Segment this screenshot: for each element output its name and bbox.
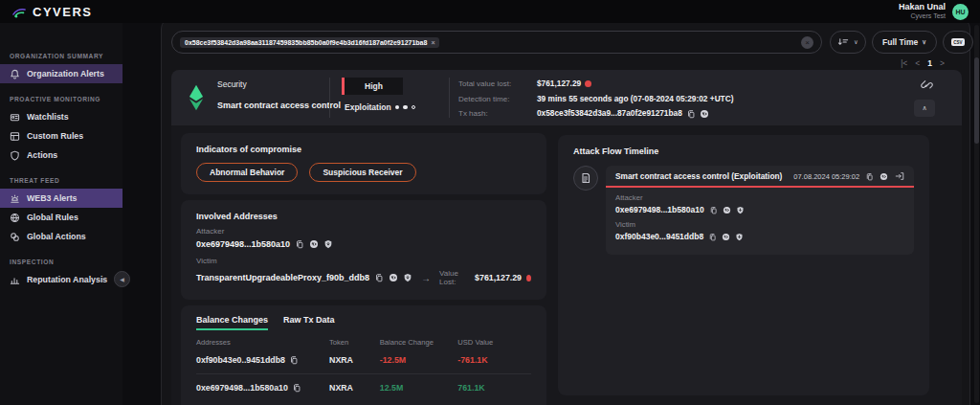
column-token: Token [329, 338, 380, 347]
value-lost-label: Value Lost: [439, 269, 466, 286]
ethereum-icon [186, 83, 207, 112]
cyvers-logo-icon [11, 5, 27, 18]
copy-icon[interactable] [295, 239, 304, 249]
copy-icon[interactable] [865, 172, 874, 181]
copy-icon[interactable] [686, 109, 696, 119]
copy-icon[interactable] [292, 383, 301, 393]
sidebar-item-reputation-analysis[interactable]: Reputation Analysis [0, 270, 122, 289]
total-value-lost-value: $761,127.29 [537, 77, 581, 92]
copy-icon[interactable] [289, 355, 299, 365]
sidebar-collapse-button[interactable]: ◀ [114, 271, 130, 287]
indicators-title: Indicators of compromise [196, 145, 531, 154]
attacker-label: Attacker [196, 227, 531, 236]
search-clear-button[interactable]: × [801, 36, 813, 49]
detection-time-value: 39 mins 55 seconds ago (07-08-2024 05:29… [537, 92, 733, 107]
cyvers-logo[interactable]: CYVERS [11, 5, 92, 19]
etherscan-icon[interactable] [880, 172, 888, 181]
column-addresses: Addresses [196, 338, 329, 347]
table-row: 0xf90b43e0..9451ddb8 NXRA -12.5M -761.1K [196, 355, 531, 365]
row-address: 0xe6979498...1b580a10 [196, 383, 288, 393]
pagination-current-page[interactable]: 1 [927, 58, 932, 68]
tab-balance-changes[interactable]: Balance Changes [196, 315, 268, 330]
section-label-threat-feed: THREAT FEED [10, 177, 113, 184]
involved-addresses-card: Involved Addresses Attacker 0xe6979498..… [181, 200, 546, 300]
main-panel: 0x58ce3f53842d3a98aa31187459835bb85b0a0f… [161, 17, 970, 405]
etherscan-icon[interactable] [722, 233, 730, 241]
risk-dot-icon [526, 275, 531, 281]
row-balance-change: 12.5M [380, 383, 458, 393]
pagination-prev-icon[interactable]: < [915, 58, 920, 68]
csv-icon: CSV [951, 38, 964, 46]
user-menu[interactable]: Hakan Unal Cyvers Test HU [899, 2, 969, 21]
etherscan-icon[interactable] [700, 109, 709, 119]
scrollbar-thumb[interactable] [974, 57, 979, 144]
alert-type: Smart contract access control [217, 101, 341, 110]
shield-icon [10, 150, 20, 161]
attachment-link-icon[interactable] [921, 79, 933, 94]
alert-detail-region: Indicators of compromise Abnormal Behavi… [171, 125, 962, 405]
globe-icon [10, 213, 20, 223]
section-label-proactive-monitoring: PROACTIVE MONITORING [10, 96, 113, 102]
sidebar-item-global-rules[interactable]: Global Rules [0, 208, 122, 227]
shield-scan-icon[interactable] [403, 273, 412, 282]
column-usd-value: USD Value [457, 338, 531, 347]
time-range-dropdown[interactable]: Full Time ∨ [872, 31, 937, 54]
row-address: 0xf90b43e0..9451ddb8 [196, 355, 285, 365]
chevron-down-icon: ∨ [854, 38, 858, 46]
chevron-up-icon: ∧ [922, 104, 926, 112]
attacker-label: Attacker [615, 193, 904, 202]
etherscan-icon[interactable] [723, 206, 731, 214]
sidebar-item-global-actions[interactable]: Global Actions [0, 227, 122, 246]
avatar[interactable]: HU [952, 4, 969, 20]
divider [329, 78, 330, 118]
alert-header-card[interactable]: Security Smart contract access control H… [171, 70, 962, 125]
phase-dot-empty [412, 105, 416, 110]
pagination-first-icon[interactable]: |< [901, 58, 907, 68]
pagination: |< < 1 > [901, 58, 945, 68]
copy-icon[interactable] [709, 206, 718, 214]
etherscan-icon[interactable] [389, 273, 398, 282]
chevron-down-icon: ∨ [922, 38, 926, 46]
victim-label: Victim [615, 220, 904, 229]
sidebar-item-label: Custom Rules [27, 131, 83, 141]
timeline-event-card[interactable]: Smart contract access control (Exploitat… [606, 166, 914, 255]
page-scrollbar[interactable] [974, 25, 979, 403]
alarm-icon [10, 193, 20, 204]
severity-badge: High [342, 78, 403, 95]
event-title: Smart contract access control (Exploitat… [615, 171, 782, 181]
open-details-icon[interactable] [895, 171, 904, 181]
pagination-next-icon[interactable]: > [940, 58, 945, 68]
tab-raw-tx-data[interactable]: Raw Tx Data [283, 315, 335, 330]
row-usd-value: -761.1K [457, 355, 531, 365]
balance-tabs: Balance Changes Raw Tx Data [196, 315, 531, 330]
risk-dot-icon [585, 80, 591, 87]
shield-scan-icon[interactable] [323, 239, 333, 249]
time-range-value: Full Time [882, 37, 918, 47]
etherscan-icon[interactable] [309, 239, 319, 249]
sidebar-item-web3-alerts[interactable]: WEB3 Alerts [0, 189, 122, 208]
copy-icon[interactable] [374, 273, 384, 282]
detection-time-label: Detection time: [458, 92, 537, 107]
alert-fields: Total value lost: $761,127.29 Detection … [458, 77, 733, 122]
sidebar-item-watchlists[interactable]: Watchlists [0, 107, 122, 126]
copy-icon[interactable] [708, 233, 717, 241]
sidebar-item-organization-alerts[interactable]: Organization Alerts [0, 64, 122, 83]
phase-label: Exploitation [345, 102, 391, 112]
involved-addresses-title: Involved Addresses [196, 212, 531, 221]
collapse-alert-button[interactable]: ∧ [914, 100, 935, 117]
sort-button[interactable]: ∨ [830, 31, 866, 54]
sidebar-item-custom-rules[interactable]: Custom Rules [0, 126, 122, 146]
sidebar-item-actions[interactable]: Actions [0, 146, 122, 165]
divider [196, 373, 531, 374]
sidebar-item-label: Actions [27, 150, 57, 160]
shield-scan-icon[interactable] [736, 206, 745, 214]
attack-flow-timeline-card: Attack Flow Timeline Smart contract acce… [558, 135, 929, 395]
export-csv-button[interactable]: CSV [943, 31, 973, 54]
search-input[interactable]: 0x58ce3f53842d3a98aa31187459835bb85b0a0f… [171, 31, 822, 54]
chip-remove-icon[interactable]: × [431, 39, 434, 46]
global-actions-icon [10, 232, 20, 242]
sidebar-item-label: Global Actions [27, 232, 86, 241]
user-name: Hakan Unal [899, 2, 946, 12]
shield-scan-icon[interactable] [735, 233, 744, 241]
arrow-right-icon: → [421, 273, 431, 283]
